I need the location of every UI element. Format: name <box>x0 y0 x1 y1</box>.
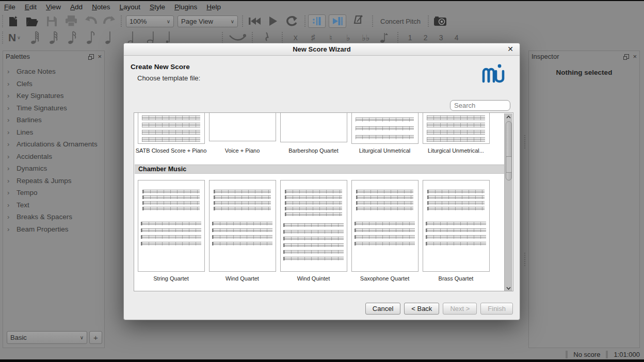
chevron-right-icon: › <box>7 104 17 112</box>
palette-item-beam-properties[interactable]: ›Beam Properties <box>3 223 104 236</box>
toolbar-separator <box>282 32 283 43</box>
menu-file[interactable]: File <box>4 2 21 12</box>
template-liturgical-unmetrical-2[interactable]: Liturgical Unmetrical... <box>422 113 490 154</box>
undo-icon <box>84 15 98 27</box>
template-wind-quartet[interactable]: Wind Quartet <box>208 180 276 282</box>
template-brass-quartet[interactable]: Brass Quartet <box>422 180 490 282</box>
chevron-down-icon[interactable]: ∨ <box>17 35 21 40</box>
palette-item-grace-notes[interactable]: ›Grace Notes <box>3 65 104 78</box>
chevron-right-icon: › <box>7 68 17 75</box>
palette-item-text[interactable]: ›Text <box>3 199 104 211</box>
status-divider <box>606 351 608 358</box>
undo-button[interactable] <box>84 14 98 28</box>
voice-1-button[interactable]: 1 <box>403 34 418 42</box>
splitter-handle[interactable] <box>524 253 525 266</box>
palette-item-lines[interactable]: ›Lines <box>3 126 104 139</box>
add-workspace-button[interactable]: + <box>89 331 102 344</box>
close-icon[interactable]: × <box>633 53 637 60</box>
duration-64th-button[interactable] <box>26 30 44 45</box>
voice-3-button[interactable]: 3 <box>433 34 449 42</box>
duration-32nd-button[interactable] <box>44 30 63 45</box>
flat-button[interactable]: ♭ <box>340 33 357 43</box>
duration-quarter-button[interactable] <box>100 30 119 45</box>
menu-layout[interactable]: Layout <box>119 2 146 12</box>
palette-item-accidentals[interactable]: ›Accidentals <box>3 151 104 163</box>
voice-2-button[interactable]: 2 <box>418 34 433 42</box>
rewind-button[interactable] <box>247 14 262 28</box>
pan-playback-toggle[interactable] <box>329 14 346 28</box>
menu-plugins[interactable]: Plugins <box>174 2 202 12</box>
splitter-handle[interactable] <box>524 135 525 149</box>
redo-button[interactable] <box>102 14 117 28</box>
palette-item-dynamics[interactable]: ›Dynamics <box>3 162 104 175</box>
duration-16th-button[interactable] <box>63 30 82 45</box>
palette-item-breaks-spacers[interactable]: ›Breaks & Spacers <box>3 211 104 223</box>
dialog-titlebar[interactable]: New Score Wizard ✕ <box>124 43 520 56</box>
workspace-combo[interactable]: Basic ∨ <box>7 331 87 344</box>
palette-item-clefs[interactable]: ›Clefs <box>3 78 104 90</box>
new-score-button[interactable] <box>6 14 21 28</box>
scrollbar-grip[interactable] <box>506 156 512 173</box>
print-button[interactable] <box>64 14 78 28</box>
toolbar-drag-handle[interactable] <box>2 31 3 44</box>
template-search-input[interactable] <box>450 100 510 111</box>
palette-item-key-signatures[interactable]: ›Key Signatures <box>3 90 104 102</box>
loop-playback-button[interactable] <box>284 14 299 28</box>
menu-add[interactable]: Add <box>70 2 88 12</box>
next-button[interactable]: Next > <box>443 303 477 315</box>
double-flat-button[interactable]: ♭♭ <box>357 33 375 43</box>
toolbar-separator <box>397 32 398 43</box>
menubar: File Edit View Add Notes Layout Style Pl… <box>0 1 644 12</box>
template-list-scrollbar[interactable] <box>504 113 512 291</box>
scroll-down-icon[interactable] <box>505 285 512 291</box>
palette-item-time-signatures[interactable]: ›Time Signatures <box>3 102 104 114</box>
duration-8th-button[interactable] <box>82 30 100 45</box>
play-button[interactable] <box>266 14 280 28</box>
undock-icon[interactable] <box>624 54 629 59</box>
concert-pitch-toggle[interactable]: Concert Pitch <box>377 18 424 25</box>
inspector-header: Inspector × <box>529 51 639 61</box>
play-repeats-toggle[interactable] <box>308 14 326 28</box>
image-capture-button[interactable] <box>433 14 447 28</box>
metronome-button[interactable] <box>351 14 366 28</box>
palette-item-repeats-jumps[interactable]: ›Repeats & Jumps <box>3 175 104 187</box>
new-score-wizard-dialog: New Score Wizard ✕ Create New Score Choo… <box>123 43 520 320</box>
dialog-close-button[interactable]: ✕ <box>506 45 515 53</box>
sharp-button[interactable]: ♯ <box>304 33 322 42</box>
palette-item-tempo[interactable]: ›Tempo <box>3 187 104 199</box>
menu-style[interactable]: Style <box>150 2 170 12</box>
double-sharp-button[interactable]: x <box>287 33 304 42</box>
voice-4-button[interactable]: 4 <box>449 34 464 42</box>
close-icon[interactable]: × <box>98 53 102 60</box>
palette-item-barlines[interactable]: ›Barlines <box>3 114 104 126</box>
toolbar-separator <box>252 32 253 43</box>
open-file-button[interactable] <box>25 14 39 28</box>
template-liturgical-unmetrical[interactable]: Liturgical Unmetrical <box>351 113 418 154</box>
back-button[interactable]: < Back <box>404 303 439 315</box>
save-button[interactable] <box>44 14 59 28</box>
finish-button[interactable]: Finish <box>480 303 513 315</box>
cancel-button[interactable]: Cancel <box>365 303 400 315</box>
template-thumbnail <box>351 113 418 144</box>
menu-notes[interactable]: Notes <box>92 2 115 12</box>
template-voice-piano[interactable]: Voice + Piano <box>208 113 276 154</box>
view-mode-combo[interactable]: Page View ∨ <box>178 15 238 27</box>
menu-view[interactable]: View <box>46 2 66 12</box>
menu-help[interactable]: Help <box>206 2 226 12</box>
template-satb-closed-score-piano[interactable]: SATB Closed Score + Piano <box>137 113 205 154</box>
template-barbershop-quartet[interactable]: Barbershop Quartet <box>280 113 347 154</box>
natural-button[interactable]: ♮ <box>322 33 340 43</box>
note-input-button[interactable]: N <box>8 31 16 44</box>
template-saxophone-quartet[interactable]: Saxophone Quartet <box>351 180 418 282</box>
menu-edit[interactable]: Edit <box>25 2 42 12</box>
toolbar-drag-handle[interactable] <box>2 15 3 27</box>
zoom-combo[interactable]: 100% ∨ <box>126 15 174 27</box>
scroll-up-icon[interactable] <box>505 113 512 120</box>
undock-icon[interactable] <box>89 54 94 59</box>
palettes-header: Palettes × <box>3 51 104 61</box>
template-string-quartet[interactable]: String Quartet <box>137 180 205 282</box>
template-wind-quintet[interactable]: Wind Quintet <box>280 180 347 282</box>
palette-item-articulations[interactable]: ›Articulations & Ornaments <box>3 138 104 151</box>
printer-icon <box>65 15 78 27</box>
scrollbar-track[interactable] <box>506 120 512 285</box>
